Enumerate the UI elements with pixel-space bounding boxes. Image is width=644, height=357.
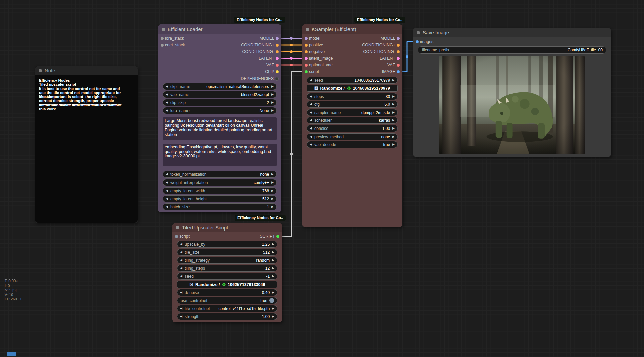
widget-token-normalization[interactable]: ◀token_normalizationnone▶	[163, 171, 277, 178]
collapse-dot-icon[interactable]	[39, 69, 42, 72]
stepper-left-icon[interactable]: ◀	[166, 205, 168, 208]
output-slot-conditioning-pos[interactable]: CONDITIONING+	[241, 42, 280, 48]
widget-tiling-steps[interactable]: ◀tiling_steps12▶	[177, 265, 277, 272]
widget-batch-size[interactable]: ◀batch_size1▶	[163, 203, 277, 210]
input-slot-optional-vae[interactable]: optional_vae	[303, 62, 333, 68]
node-efficient-loader[interactable]: Efficient Loader lora_stack cnet_stack M…	[158, 24, 281, 212]
port-dot[interactable]	[416, 40, 419, 43]
widget-denoise[interactable]: ◀denoise0.40▶	[177, 289, 277, 296]
port-dot[interactable]	[276, 57, 279, 60]
negative-prompt-textarea[interactable]: embedding:EasyNegative.pt, , lowres, low…	[163, 144, 277, 166]
note-title-bar[interactable]: Note	[35, 66, 138, 75]
stepper-left-icon[interactable]: ◀	[180, 275, 182, 278]
widget-seed[interactable]: ◀seed-1▶	[177, 273, 277, 280]
stepper-left-icon[interactable]: ◀	[180, 251, 182, 254]
stepper-left-icon[interactable]: ◀	[166, 93, 168, 96]
stepper-left-icon[interactable]: ◀	[166, 85, 168, 88]
stepper-right-icon[interactable]: ▶	[272, 315, 274, 318]
widget-lora-name[interactable]: ◀lora_nameNone▶	[163, 107, 277, 114]
node-tiled-upscaler-script[interactable]: Tiled Upscaler Script script SCRIPT ◀ups…	[172, 223, 282, 322]
node-ksampler-efficient[interactable]: KSampler (Efficient) model positive nega…	[302, 24, 402, 227]
widget-weight-interpretation[interactable]: ◀weight_interpretationcomfy++▶	[163, 179, 277, 186]
stepper-right-icon[interactable]: ▶	[271, 93, 274, 96]
widget-upscale-by[interactable]: ◀upscale_by1.25▶	[177, 241, 277, 248]
widget-cfg[interactable]: ◀cfg6.0▶	[307, 101, 398, 108]
port-dot[interactable]	[305, 37, 308, 40]
stepper-right-icon[interactable]: ▶	[271, 85, 274, 88]
input-slot-latent-image[interactable]: latent_image	[303, 55, 333, 62]
widget-tile-controlnet[interactable]: ◀tile_controlnetcontrol_v11f1e_sd15_tile…	[177, 305, 277, 312]
widget-preview-method[interactable]: ◀preview_methodnone▶	[307, 133, 398, 140]
stepper-right-icon[interactable]: ▶	[271, 101, 274, 104]
port-dot[interactable]	[275, 77, 279, 81]
loader-title-bar[interactable]: Efficient Loader	[158, 24, 281, 34]
stepper-right-icon[interactable]: ▶	[272, 291, 274, 294]
output-slot-image[interactable]: IMAGE	[382, 68, 401, 75]
port-dot[interactable]	[397, 70, 400, 73]
stepper-left-icon[interactable]: ◀	[180, 267, 182, 270]
output-slot-latent[interactable]: LATENT	[380, 55, 401, 62]
collapse-box-icon[interactable]	[162, 28, 165, 31]
port-dot[interactable]	[276, 70, 279, 73]
comfyui-canvas[interactable]: { "icons": { "left": "◀", "right": "▶", …	[0, 0, 644, 357]
widget-steps[interactable]: ◀steps30▶	[307, 93, 398, 100]
widget-scheduler[interactable]: ◀schedulerkarras▶	[307, 117, 398, 124]
widget-strength[interactable]: ◀strength1.00▶	[177, 313, 277, 320]
output-slot-model[interactable]: MODEL	[381, 35, 401, 42]
port-dot[interactable]	[397, 37, 400, 40]
input-slot-cnet-stack[interactable]: cnet_stack	[159, 42, 185, 48]
widget-empty-latent-height[interactable]: ◀empty_latent_height512▶	[163, 195, 277, 202]
input-slot-negative[interactable]: negative	[303, 48, 325, 55]
port-dot[interactable]	[305, 57, 308, 60]
stepper-left-icon[interactable]: ◀	[310, 143, 312, 146]
ksampler-title-bar[interactable]: KSampler (Efficient)	[302, 24, 402, 34]
widget-tiling-strategy[interactable]: ◀tiling_strategyrandom▶	[177, 257, 277, 264]
output-slot-vae[interactable]: VAE	[266, 62, 280, 68]
stepper-left-icon[interactable]: ◀	[180, 243, 182, 246]
port-dot[interactable]	[397, 44, 400, 47]
port-dot[interactable]	[276, 37, 279, 40]
stepper-left-icon[interactable]: ◀	[180, 315, 182, 318]
output-slot-script[interactable]: SCRIPT	[260, 233, 281, 240]
stepper-right-icon[interactable]: ▶	[392, 95, 395, 98]
stepper-left-icon[interactable]: ◀	[310, 103, 312, 106]
input-slot-positive[interactable]: positive	[303, 42, 323, 48]
stepper-right-icon[interactable]: ▶	[392, 111, 395, 114]
stepper-left-icon[interactable]: ◀	[166, 181, 168, 184]
stepper-right-icon[interactable]: ▶	[272, 251, 274, 254]
collapse-dot-icon[interactable]	[417, 31, 420, 34]
stepper-right-icon[interactable]: ▶	[272, 307, 274, 310]
stepper-left-icon[interactable]: ◀	[310, 95, 312, 98]
collapse-box-icon[interactable]	[306, 28, 309, 31]
output-slot-conditioning-pos[interactable]: CONDITIONING+	[362, 42, 401, 48]
positive-prompt-textarea[interactable]: Large Moss beast redwood forest landscap…	[163, 117, 277, 140]
stepper-left-icon[interactable]: ◀	[166, 109, 168, 112]
output-slot-latent[interactable]: LATENT	[259, 55, 280, 62]
port-dot[interactable]	[397, 57, 400, 60]
output-slot-conditioning-neg[interactable]: CONDITIONING-	[242, 48, 280, 55]
widget-vae-name[interactable]: ◀vae_nameblessed2.vae.pt▶	[163, 91, 277, 98]
port-dot[interactable]	[276, 64, 279, 67]
port-dot[interactable]	[397, 50, 400, 53]
port-dot[interactable]	[175, 235, 178, 238]
port-dot[interactable]	[161, 44, 164, 47]
input-slot-script[interactable]: script	[174, 233, 190, 240]
widget-filename-prefix[interactable]: filename_prefix ComfyUI\eff_tile_00	[418, 46, 606, 54]
stepper-right-icon[interactable]: ▶	[271, 173, 274, 176]
node-note[interactable]: Note Efficiency Nodes Tiled upscaler scr…	[35, 66, 138, 223]
port-dot[interactable]	[276, 44, 279, 47]
port-dot[interactable]	[397, 64, 400, 67]
port-dot[interactable]	[276, 235, 279, 238]
port-dot[interactable]	[305, 44, 308, 47]
output-slot-conditioning-neg[interactable]: CONDITIONING-	[363, 48, 401, 55]
widget-clip-skip[interactable]: ◀clip_skip-2▶	[163, 99, 277, 106]
node-save-image[interactable]: Save Image images filename_prefix ComfyU…	[413, 28, 611, 157]
widget-denoise[interactable]: ◀denoise1.00▶	[307, 125, 398, 132]
input-slot-images[interactable]: images	[414, 38, 433, 45]
save-title-bar[interactable]: Save Image	[413, 28, 611, 37]
stepper-left-icon[interactable]: ◀	[166, 173, 168, 176]
port-dot[interactable]	[276, 50, 279, 53]
input-slot-script[interactable]: script	[303, 68, 319, 75]
tiled-title-bar[interactable]: Tiled Upscaler Script	[172, 223, 282, 232]
widget-vae-decode[interactable]: ◀vae_decodetrue▶	[307, 141, 398, 148]
